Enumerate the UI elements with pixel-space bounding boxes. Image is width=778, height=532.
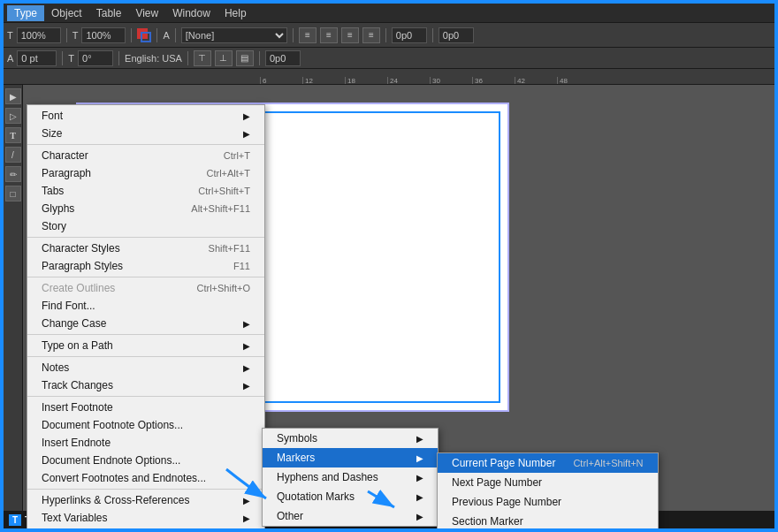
tb2-btn2[interactable]: ⊥ <box>215 50 233 66</box>
tool-pen[interactable]: ✏ <box>5 166 21 182</box>
locale-label: English: USA <box>125 53 182 64</box>
menu-convert-footnotes-label: Convert Footnotes and Endnotes... <box>42 472 206 484</box>
menu-notes-arrow: ▶ <box>243 363 250 373</box>
font-size-input-1[interactable] <box>17 27 61 43</box>
menu-size[interactable]: Size ▶ <box>27 125 264 142</box>
submenu-special-chars: Symbols ▶ Markers ▶ Hyphens and Dashes ▶… <box>262 428 439 527</box>
menu-text-variables-arrow: ▶ <box>243 513 250 523</box>
menu-section-footnote: Insert Footnote Document Footnote Option… <box>27 397 264 490</box>
menu-glyphs[interactable]: Glyphs Alt+Shift+F11 <box>27 200 264 217</box>
align-right-btn[interactable]: ≡ <box>341 27 359 43</box>
menu-para-styles-shortcut: F11 <box>233 261 250 271</box>
menu-story[interactable]: Story <box>27 217 264 235</box>
toolbar2-label2: T <box>68 53 74 64</box>
menu-bulleted[interactable]: Bulleted & Numbered Lists ▶ <box>27 527 264 528</box>
menu-type-on-path-label: Type on a Path <box>42 339 113 352</box>
right-value-2[interactable] <box>439 27 474 43</box>
ruler-mark-12: 12 <box>302 77 345 84</box>
tool-select[interactable]: ▶ <box>5 88 21 104</box>
submenu-markers[interactable]: Markers ▶ <box>263 448 438 467</box>
canvas-wrapper: T Font ▶ Size ▶ <box>23 85 774 528</box>
menu-para-styles-label: Paragraph Styles <box>42 260 123 272</box>
sep-11 <box>259 51 260 65</box>
tb2-btn1[interactable]: ⊤ <box>194 50 211 66</box>
pt-value-2[interactable] <box>265 50 301 66</box>
submenu-section-marker[interactable]: Section Marker <box>438 512 658 528</box>
menu-table[interactable]: Table <box>89 5 129 21</box>
align-center-btn[interactable]: ≡ <box>320 27 338 43</box>
menu-tabs[interactable]: Tabs Ctrl+Shift+T <box>27 182 264 200</box>
menu-type[interactable]: Type <box>7 5 44 21</box>
ruler-mark-6: 6 <box>260 77 302 84</box>
submenu-hyphens-label: Hyphens and Dashes <box>277 471 378 483</box>
left-panel: ▶ ▷ T / ✏ □ <box>4 85 23 528</box>
menu-track-changes[interactable]: Track Changes ▶ <box>27 376 264 394</box>
menu-section-font: Font ▶ Size ▶ <box>27 105 264 145</box>
tool-line[interactable]: / <box>5 147 21 163</box>
menu-track-changes-arrow: ▶ <box>243 381 250 391</box>
font-size-input-2[interactable] <box>81 27 126 43</box>
angle-input[interactable] <box>78 50 113 66</box>
align-justify-btn[interactable]: ≡ <box>362 27 380 43</box>
menu-para-styles[interactable]: Paragraph Styles F11 <box>27 257 264 275</box>
menu-hyperlinks-label: Hyperlinks & Cross-References <box>42 494 189 506</box>
submenu-quotation[interactable]: Quotation Marks ▶ <box>263 487 438 506</box>
menu-notes-label: Notes <box>42 361 69 374</box>
menu-text-variables[interactable]: Text Variables ▶ <box>27 509 264 527</box>
menu-character[interactable]: Character Ctrl+T <box>27 147 264 164</box>
menu-section-path: Type on a Path ▶ <box>27 335 264 357</box>
menu-insert-endnote[interactable]: Insert Endnote <box>27 434 264 452</box>
style-dropdown[interactable]: [None] <box>181 27 287 43</box>
ruler-mark-42: 42 <box>515 77 557 84</box>
menu-tabs-label: Tabs <box>42 185 64 197</box>
sep-7 <box>432 28 433 42</box>
menu-paragraph[interactable]: Paragraph Ctrl+Alt+T <box>27 164 264 182</box>
ruler-mark-24: 24 <box>387 77 430 84</box>
menu-paragraph-label: Paragraph <box>42 167 91 179</box>
sep-5 <box>293 28 294 42</box>
menu-create-outlines[interactable]: Create Outlines Ctrl+Shift+O <box>27 279 264 297</box>
menu-doc-endnote-opts[interactable]: Document Endnote Options... <box>27 452 264 469</box>
menu-view[interactable]: View <box>128 5 165 21</box>
toolbar-2: A T English: USA ⊤ ⊥ ▤ <box>4 48 774 69</box>
menu-change-case-label: Change Case <box>42 317 106 330</box>
menu-char-styles[interactable]: Character Styles Shift+F11 <box>27 239 264 257</box>
menu-change-case[interactable]: Change Case ▶ <box>27 315 264 332</box>
submenu-other[interactable]: Other ▶ <box>263 506 438 526</box>
align-left-btn[interactable]: ≡ <box>299 27 317 43</box>
right-value-1[interactable] <box>392 27 427 43</box>
menu-notes[interactable]: Notes ▶ <box>27 359 264 376</box>
submenu-current-page-shortcut: Ctrl+Alt+Shift+N <box>573 458 643 468</box>
tool-text[interactable]: T <box>5 127 21 143</box>
sep-8 <box>62 51 63 65</box>
menu-type-on-path[interactable]: Type on a Path ▶ <box>27 337 264 354</box>
menu-section-hyperlinks: Hyperlinks & Cross-References ▶ Text Var… <box>27 490 264 528</box>
menu-insert-footnote[interactable]: Insert Footnote <box>27 399 264 416</box>
menu-font-label: Font <box>42 110 63 122</box>
submenu-symbols[interactable]: Symbols ▶ <box>263 429 438 448</box>
submenu-hyphens[interactable]: Hyphens and Dashes ▶ <box>263 467 438 487</box>
menu-font[interactable]: Font ▶ <box>27 107 264 125</box>
tool-rect[interactable]: □ <box>5 186 21 201</box>
submenu-prev-page[interactable]: Previous Page Number <box>438 492 658 512</box>
sep-2 <box>131 28 132 42</box>
ruler-mark-18: 18 <box>345 77 387 84</box>
menu-help[interactable]: Help <box>217 5 254 21</box>
menu-change-case-arrow: ▶ <box>243 319 250 329</box>
tb2-btn3[interactable]: ▤ <box>236 50 254 66</box>
menu-convert-footnotes[interactable]: Convert Footnotes and Endnotes... <box>27 469 264 487</box>
menu-object[interactable]: Object <box>44 5 89 21</box>
sep-10 <box>187 51 188 65</box>
menu-find-font[interactable]: Find Font... <box>27 297 264 315</box>
submenu-next-page[interactable]: Next Page Number <box>438 473 658 492</box>
menu-create-outlines-label: Create Outlines <box>42 282 115 294</box>
submenu-current-page[interactable]: Current Page Number Ctrl+Alt+Shift+N <box>438 453 658 473</box>
menu-window[interactable]: Window <box>165 5 217 21</box>
tool-direct-select[interactable]: ▷ <box>5 108 21 124</box>
font-a-label: A <box>163 30 169 41</box>
app-layout: Type Object Table View Window Help T T A <box>4 4 774 528</box>
menu-hyperlinks[interactable]: Hyperlinks & Cross-References ▶ <box>27 491 264 509</box>
type-dropdown-menu: Font ▶ Size ▶ Character Ctrl+T <box>27 104 265 528</box>
menu-doc-footnote-opts[interactable]: Document Footnote Options... <box>27 416 264 434</box>
pt-value-input[interactable] <box>17 50 57 66</box>
